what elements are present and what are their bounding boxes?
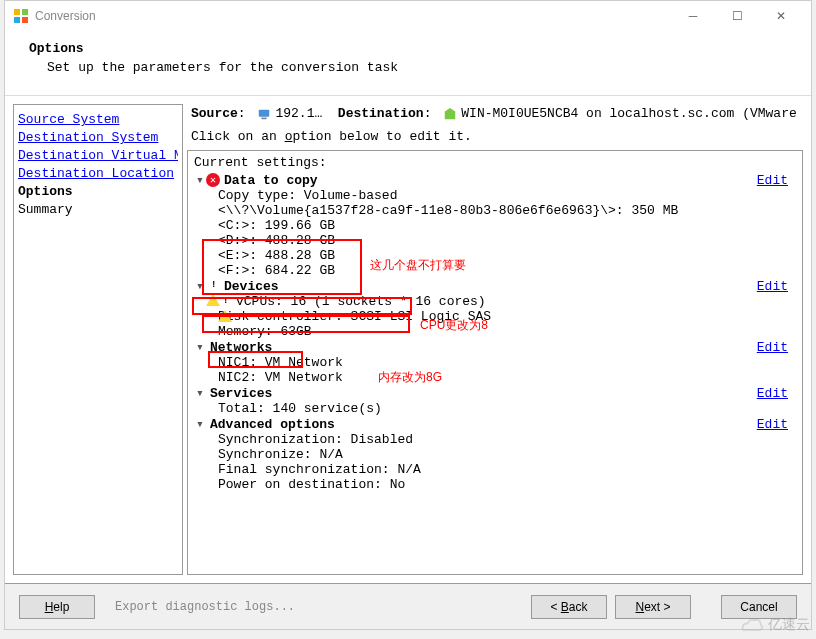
collapse-icon: ▾ xyxy=(194,278,206,294)
memory-line: Memory: 63GB xyxy=(194,324,796,339)
drive-d: <D:>: 488.28 GB xyxy=(194,233,796,248)
copy-type: Copy type: Volume-based xyxy=(194,188,796,203)
services-total: Total: 140 service(s) xyxy=(194,401,796,416)
svg-rect-2 xyxy=(14,17,20,23)
drive-f: <F:>: 684.22 GB xyxy=(194,263,796,278)
edit-link-services[interactable]: Edit xyxy=(757,386,796,401)
svg-rect-4 xyxy=(259,109,270,116)
sidebar-item-destination-virtual-machine[interactable]: Destination Virtual Machine xyxy=(18,147,178,165)
warning-icon xyxy=(218,295,232,309)
collapse-icon: ▾ xyxy=(194,172,206,188)
source-value: 192.1… xyxy=(275,106,322,121)
adv-power-on: Power on destination: No xyxy=(194,477,796,492)
edit-link-data-to-copy[interactable]: Edit xyxy=(757,173,796,188)
sidebar-item-options: Options xyxy=(18,183,178,201)
close-button[interactable]: ✕ xyxy=(759,1,803,31)
page-subtitle: Set up the parameters for the conversion… xyxy=(47,60,787,75)
collapse-icon: ▾ xyxy=(194,416,206,432)
maximize-button[interactable]: ☐ xyxy=(715,1,759,31)
minimize-button[interactable]: ─ xyxy=(671,1,715,31)
titlebar: Conversion ─ ☐ ✕ xyxy=(5,1,811,31)
volume-guid: <\\?\Volume{a1537f28-ca9f-11e8-80b3-806e… xyxy=(194,203,796,218)
svg-rect-0 xyxy=(14,9,20,15)
destination-value: WIN-M0I0UE5NCB4 on localhost.sc.com (VMw… xyxy=(461,106,803,121)
source-icon xyxy=(257,107,271,121)
collapse-icon: ▾ xyxy=(194,385,206,401)
nic2: NIC2: VM Network xyxy=(194,370,796,385)
error-icon: ✕ xyxy=(206,173,220,187)
export-diagnostic-logs[interactable]: Export diagnostic logs... xyxy=(115,600,523,614)
collapse-icon: ▾ xyxy=(194,339,206,355)
svg-rect-5 xyxy=(262,117,267,119)
conversion-window: Conversion ─ ☐ ✕ Options Set up the para… xyxy=(4,0,812,630)
sidebar-item-destination-system[interactable]: Destination System xyxy=(18,129,178,147)
svg-rect-1 xyxy=(22,9,28,15)
edit-link-devices[interactable]: Edit xyxy=(757,279,796,294)
next-button[interactable]: Next > xyxy=(615,595,691,619)
app-icon xyxy=(13,8,29,24)
destination-icon xyxy=(443,107,457,121)
wizard-header: Options Set up the parameters for the co… xyxy=(5,31,811,96)
settings-panel: Current settings: ▾ ✕ Data to copy Edit … xyxy=(187,150,803,575)
edit-link-advanced[interactable]: Edit xyxy=(757,417,796,432)
wizard-steps-sidebar: Source System Destination System Destina… xyxy=(13,104,183,575)
warning-icon xyxy=(206,279,220,293)
disk-controller: Disk controller: SCSI LSI Logic SAS xyxy=(194,309,796,324)
page-title: Options xyxy=(29,41,787,56)
footer-bar: Help Export diagnostic logs... < Back Ne… xyxy=(5,583,811,629)
sidebar-item-destination-location[interactable]: Destination Location xyxy=(18,165,178,183)
sidebar-item-summary[interactable]: Summary xyxy=(18,201,178,219)
section-devices[interactable]: ▾ Devices Edit xyxy=(194,278,796,294)
adv-final-sync: Final synchronization: N/A xyxy=(194,462,796,477)
svg-rect-3 xyxy=(22,17,28,23)
adv-sync: Synchronization: Disabled xyxy=(194,432,796,447)
back-button[interactable]: < Back xyxy=(531,595,607,619)
instruction-text: Click on an option below to edit it. xyxy=(187,129,803,150)
sidebar-item-source-system[interactable]: Source System xyxy=(18,111,178,129)
drive-e: <E:>: 488.28 GB xyxy=(194,248,796,263)
section-advanced[interactable]: ▾ Advanced options Edit xyxy=(194,416,796,432)
nic1: NIC1: VM Network xyxy=(194,355,796,370)
section-data-to-copy[interactable]: ▾ ✕ Data to copy Edit xyxy=(194,172,796,188)
drive-c: <C:>: 199.66 GB xyxy=(194,218,796,233)
section-services[interactable]: ▾ Services Edit xyxy=(194,385,796,401)
adv-synchronize: Synchronize: N/A xyxy=(194,447,796,462)
panel-caption: Current settings: xyxy=(194,155,796,170)
source-destination-bar: Source: 192.1… Destination: WIN-M0I0UE5N… xyxy=(187,104,803,129)
window-title: Conversion xyxy=(35,9,671,23)
watermark: 亿速云 xyxy=(738,615,810,635)
section-networks[interactable]: ▾ Networks Edit xyxy=(194,339,796,355)
help-button[interactable]: Help xyxy=(19,595,95,619)
edit-link-networks[interactable]: Edit xyxy=(757,340,796,355)
vcpus-line: vCPUs: 16 (1 sockets * 16 cores) xyxy=(194,294,796,309)
